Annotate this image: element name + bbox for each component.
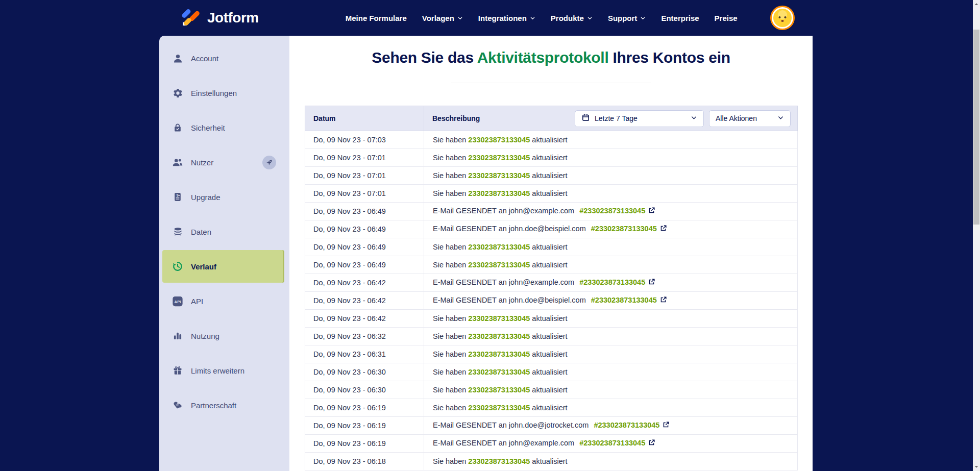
table-row: Do, 09 Nov 23 - 06:49Sie haben 233023873… xyxy=(305,256,798,274)
api-icon: API xyxy=(172,295,183,307)
update-prefix: Sie haben xyxy=(433,171,468,180)
external-link-icon[interactable] xyxy=(648,278,655,287)
sidebar-item-verlauf[interactable]: Verlauf xyxy=(162,250,284,283)
date-cell: Do, 09 Nov 23 - 06:49 xyxy=(305,238,424,256)
update-suffix: aktualisiert xyxy=(530,243,567,251)
nav-item-integrationen[interactable]: Integrationen xyxy=(478,14,535,22)
form-id: 233023873133045 xyxy=(468,136,530,144)
sidebar-item-label: Account xyxy=(191,54,218,63)
bar-chart-icon xyxy=(172,330,183,341)
sidebar-item-nutzung[interactable]: Nutzung xyxy=(159,318,289,353)
description-cell: Sie haben 233023873133045 aktualisiert xyxy=(424,381,798,399)
sidebar-item-sicherheit[interactable]: Sicherheit xyxy=(159,110,289,145)
table-row: Do, 09 Nov 23 - 06:49E-Mail GESENDET an … xyxy=(305,220,798,238)
sidebar-item-account[interactable]: Account xyxy=(159,41,289,76)
nav-item-vorlagen[interactable]: Vorlagen xyxy=(422,14,463,22)
sidebar-item-partnerschaft[interactable]: Partnerschaft xyxy=(159,388,289,423)
email-prefix: E-Mail GESENDET an xyxy=(433,225,509,233)
scrollbar-thumb[interactable] xyxy=(973,30,979,225)
email-recipient: john@example.com xyxy=(509,207,574,215)
date-cell: Do, 09 Nov 23 - 06:18 xyxy=(305,453,424,470)
date-range-select[interactable]: Letzte 7 Tage xyxy=(575,110,704,127)
sidebar-item-limits-erweitern[interactable]: Limits erweitern xyxy=(159,353,289,388)
sidebar-item-upgrade[interactable]: $Upgrade xyxy=(159,180,289,214)
email-recipient: john.doe@beispiel.com xyxy=(509,296,586,304)
update-prefix: Sie haben xyxy=(433,404,468,412)
form-id-link[interactable]: #233023873133045 xyxy=(579,207,645,215)
external-link-icon[interactable] xyxy=(648,439,655,448)
sidebar-item-einstellungen[interactable]: Einstellungen xyxy=(159,76,289,110)
gear-icon xyxy=(172,87,183,98)
email-prefix: E-Mail GESENDET an xyxy=(433,421,509,429)
gift-icon xyxy=(172,365,183,376)
scrollbar-up-arrow[interactable] xyxy=(973,0,980,8)
nav-item-produkte[interactable]: Produkte xyxy=(551,14,593,22)
external-link-icon[interactable] xyxy=(662,421,670,430)
date-cell: Do, 09 Nov 23 - 07:01 xyxy=(305,185,424,203)
update-prefix: Sie haben xyxy=(433,350,468,358)
database-icon xyxy=(172,226,183,237)
user-avatar[interactable] xyxy=(770,6,795,30)
column-header-datum: Datum xyxy=(305,106,424,131)
svg-text:API: API xyxy=(175,299,181,304)
chevron-down-icon xyxy=(457,14,463,22)
activity-table-wrap: Datum Beschreibung Letzte 7 Tage xyxy=(305,106,798,470)
nav-item-meine-formulare[interactable]: Meine Formulare xyxy=(346,14,407,22)
email-recipient: john@example.com xyxy=(509,439,574,447)
nav-item-preise[interactable]: Preise xyxy=(715,14,738,22)
sidebar-item-label: Sicherheit xyxy=(191,123,225,132)
form-id: 233023873133045 xyxy=(468,314,530,323)
update-prefix: Sie haben xyxy=(433,386,468,394)
nav-menu: Meine FormulareVorlagenIntegrationenProd… xyxy=(346,14,738,22)
description-cell: Sie haben 233023873133045 aktualisiert xyxy=(424,453,798,470)
email-prefix: E-Mail GESENDET an xyxy=(433,207,509,215)
update-prefix: Sie haben xyxy=(433,314,468,323)
sidebar-item-daten[interactable]: Daten xyxy=(159,214,289,249)
table-row: Do, 09 Nov 23 - 06:19E-Mail GESENDET an … xyxy=(305,417,798,435)
external-link-icon[interactable] xyxy=(648,207,655,216)
date-cell: Do, 09 Nov 23 - 06:49 xyxy=(305,256,424,274)
update-suffix: aktualisiert xyxy=(530,386,567,394)
vertical-scrollbar[interactable] xyxy=(973,0,980,471)
sidebar-item-label: Nutzer xyxy=(191,158,213,167)
date-cell: Do, 09 Nov 23 - 06:42 xyxy=(305,274,424,292)
external-link-icon[interactable] xyxy=(659,296,667,305)
description-cell: E-Mail GESENDET an john.doe@jotrocket.co… xyxy=(424,417,798,435)
update-suffix: aktualisiert xyxy=(530,350,567,358)
chevron-down-icon xyxy=(640,14,646,22)
date-cell: Do, 09 Nov 23 - 06:49 xyxy=(305,203,424,220)
date-cell: Do, 09 Nov 23 - 06:32 xyxy=(305,328,424,345)
sidebar-item-label: Einstellungen xyxy=(191,89,237,97)
sidebar-item-label: Verlauf xyxy=(191,262,216,271)
update-prefix: Sie haben xyxy=(433,261,468,269)
action-filter-value: Alle Aktionen xyxy=(716,114,773,122)
table-row: Do, 09 Nov 23 - 06:49E-Mail GESENDET an … xyxy=(305,203,798,220)
form-id-link[interactable]: #233023873133045 xyxy=(591,225,657,233)
email-recipient: john@example.com xyxy=(509,278,574,286)
date-cell: Do, 09 Nov 23 - 06:42 xyxy=(305,292,424,310)
scrollbar-down-arrow[interactable] xyxy=(973,463,980,471)
update-suffix: aktualisiert xyxy=(530,314,567,323)
action-filter-select[interactable]: Alle Aktionen xyxy=(709,110,791,127)
nav-item-enterprise[interactable]: Enterprise xyxy=(661,14,699,22)
nav-item-support[interactable]: Support xyxy=(608,14,646,22)
table-header-row: Datum Beschreibung Letzte 7 Tage xyxy=(305,106,798,131)
date-cell: Do, 09 Nov 23 - 06:30 xyxy=(305,363,424,381)
update-suffix: aktualisiert xyxy=(530,332,567,340)
jotform-logo[interactable]: Jotform xyxy=(180,7,259,29)
description-cell: Sie haben 233023873133045 aktualisiert xyxy=(424,149,798,167)
form-id-link[interactable]: #233023873133045 xyxy=(579,278,645,286)
form-id-link[interactable]: #233023873133045 xyxy=(594,421,659,429)
sidebar-item-nutzer[interactable]: Nutzer xyxy=(159,145,289,180)
jotform-logo-icon xyxy=(180,7,201,29)
user-avatar-face xyxy=(772,7,793,29)
calendar-icon xyxy=(581,113,590,123)
page-title-prefix: Sehen Sie das xyxy=(372,49,477,66)
update-suffix: aktualisiert xyxy=(530,404,567,412)
form-id-link[interactable]: #233023873133045 xyxy=(579,439,645,447)
sidebar-item-api[interactable]: APIAPI xyxy=(159,284,289,318)
sidebar-item-label: Limits erweitern xyxy=(191,366,244,375)
email-recipient: john.doe@jotrocket.com xyxy=(509,421,589,429)
form-id-link[interactable]: #233023873133045 xyxy=(591,296,657,304)
external-link-icon[interactable] xyxy=(659,225,667,234)
